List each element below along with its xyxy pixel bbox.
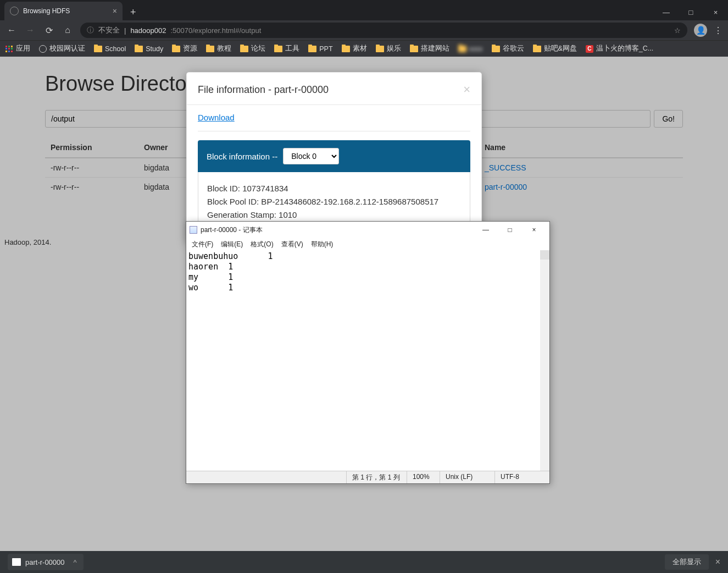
- address-bar: ← → ⟳ ⌂ ⓘ 不安全 | hadoop002:50070/explorer…: [0, 20, 728, 40]
- folder-icon: [274, 46, 282, 52]
- block-pool-id: Block Pool ID: BP-2143486082-192.168.2.1…: [207, 197, 461, 206]
- folder-icon: [410, 46, 418, 52]
- folder-icon: [342, 46, 350, 52]
- download-filename: part-r-00000: [25, 558, 65, 566]
- download-item[interactable]: part-r-00000 ^: [8, 554, 84, 570]
- menu-format[interactable]: 格式(O): [247, 239, 276, 250]
- folder-icon: [240, 46, 248, 52]
- bookmark-item[interactable]: 论坛: [240, 44, 265, 53]
- minimize-icon[interactable]: —: [654, 4, 679, 20]
- home-button[interactable]: ⌂: [62, 25, 74, 35]
- scrollbar[interactable]: [540, 250, 549, 471]
- bookmark-item[interactable]: 贴吧&网盘: [533, 44, 577, 53]
- status-encoding: UTF-8: [494, 471, 549, 483]
- info-icon[interactable]: ⓘ: [87, 25, 94, 35]
- url-input[interactable]: ⓘ 不安全 | hadoop002:50070/explorer.html#/o…: [80, 23, 687, 38]
- back-button[interactable]: ←: [5, 25, 18, 35]
- folder-icon: [135, 46, 143, 52]
- folder-icon: [172, 46, 180, 52]
- insecure-label: 不安全: [98, 25, 120, 35]
- close-icon[interactable]: ×: [522, 226, 546, 234]
- folder-icon: [458, 46, 466, 52]
- forward-button[interactable]: →: [24, 25, 36, 35]
- bookmark-item[interactable]: PPT: [308, 45, 332, 53]
- folder-icon: [308, 46, 316, 52]
- maximize-icon[interactable]: □: [679, 4, 703, 20]
- browser-titlebar: Browsing HDFS × + — □ ×: [0, 0, 728, 20]
- block-id: Block ID: 1073741834: [207, 184, 461, 193]
- block-select[interactable]: Block 0: [283, 148, 339, 164]
- bookmark-item[interactable]: 素材: [342, 44, 367, 53]
- url-host: hadoop002: [130, 26, 166, 35]
- folder-icon: [492, 46, 500, 52]
- modal-title: File information - part-r-00000: [198, 84, 329, 96]
- file-info-modal: File information - part-r-00000 × Downlo…: [186, 72, 482, 242]
- status-position: 第 1 行，第 1 列: [346, 471, 407, 483]
- document-icon: [190, 226, 197, 234]
- status-zoom: 100%: [407, 471, 440, 483]
- notepad-menubar: 文件(F) 编辑(E) 格式(O) 查看(V) 帮助(H): [186, 238, 549, 250]
- page-viewport: Browse Directory Go! Permission Owner Na…: [0, 57, 728, 573]
- bookmark-item[interactable]: xxxx: [458, 45, 483, 53]
- modal-close-icon[interactable]: ×: [463, 82, 470, 97]
- notepad-window: part-r-00000 - 记事本 — □ × 文件(F) 编辑(E) 格式(…: [186, 221, 550, 484]
- bookmark-item[interactable]: 娱乐: [376, 44, 401, 53]
- block-info-header: Block information -- Block 0: [198, 140, 470, 172]
- browser-tab[interactable]: Browsing HDFS ×: [4, 2, 123, 20]
- site-icon: C: [586, 45, 593, 53]
- bookmark-item[interactable]: 搭建网站: [410, 44, 449, 53]
- globe-icon: [10, 7, 19, 15]
- bookmark-item[interactable]: 资源: [172, 44, 197, 53]
- globe-icon: [39, 45, 47, 53]
- folder-icon: [533, 46, 541, 52]
- url-path: :50070/explorer.html#/output: [170, 26, 261, 35]
- menu-edit[interactable]: 编辑(E): [218, 239, 246, 250]
- folder-icon: [94, 46, 102, 52]
- bookmarks-bar: 应用 校园网认证 School Study 资源 教程 论坛 工具 PPT 素材…: [0, 40, 728, 57]
- minimize-icon[interactable]: —: [474, 226, 498, 234]
- file-icon: [12, 558, 21, 566]
- notepad-statusbar: 第 1 行，第 1 列 100% Unix (LF) UTF-8: [186, 471, 549, 483]
- show-all-button[interactable]: 全部显示: [665, 554, 709, 570]
- bookmark-item[interactable]: School: [94, 45, 126, 53]
- chevron-up-icon[interactable]: ^: [74, 558, 77, 566]
- menu-help[interactable]: 帮助(H): [308, 239, 337, 250]
- download-link[interactable]: Download: [198, 113, 235, 122]
- menu-file[interactable]: 文件(F): [188, 239, 216, 250]
- menu-icon[interactable]: ⋮: [714, 25, 723, 36]
- bookmark-item[interactable]: 校园网认证: [39, 44, 85, 53]
- tab-title: Browsing HDFS: [23, 7, 70, 15]
- reload-button[interactable]: ⟳: [43, 25, 55, 36]
- menu-view[interactable]: 查看(V): [278, 239, 307, 250]
- close-downloads-icon[interactable]: ×: [715, 557, 720, 567]
- profile-avatar[interactable]: 👤: [694, 24, 707, 37]
- bookmark-item[interactable]: Study: [135, 45, 163, 53]
- bookmark-item[interactable]: C温卜火的博客_C...: [586, 44, 653, 53]
- notepad-titlebar[interactable]: part-r-00000 - 记事本 — □ ×: [186, 222, 549, 238]
- notepad-title: part-r-00000 - 记事本: [201, 225, 263, 235]
- downloads-bar: part-r-00000 ^ 全部显示 ×: [0, 551, 728, 573]
- close-tab-icon[interactable]: ×: [113, 7, 117, 15]
- status-eol: Unix (LF): [440, 471, 494, 483]
- bookmark-item[interactable]: 工具: [274, 44, 299, 53]
- gen-stamp: Generation Stamp: 1010: [207, 210, 461, 219]
- new-tab-button[interactable]: +: [123, 4, 144, 20]
- folder-icon: [206, 46, 214, 52]
- notepad-textarea[interactable]: buwenbuhuo 1 haoren 1 my 1 wo 1: [186, 250, 549, 471]
- close-icon[interactable]: ×: [703, 4, 728, 20]
- maximize-icon[interactable]: □: [498, 226, 522, 234]
- folder-icon: [376, 46, 384, 52]
- window-controls: — □ ×: [654, 4, 728, 20]
- apps-button[interactable]: 应用: [5, 44, 30, 53]
- bookmark-item[interactable]: 教程: [206, 44, 231, 53]
- bookmark-item[interactable]: 谷歌云: [492, 44, 524, 53]
- star-icon[interactable]: ☆: [674, 26, 681, 35]
